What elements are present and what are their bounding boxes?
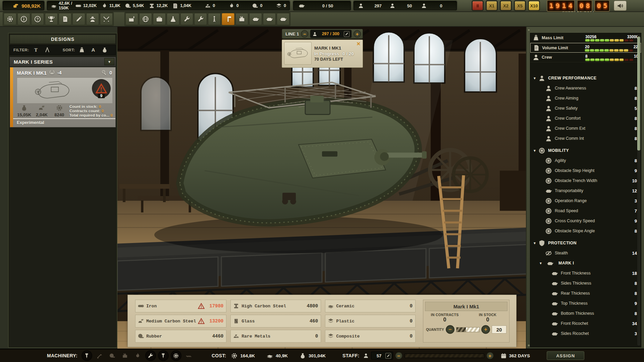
date-digit-group: 08 (577, 0, 592, 12)
contracts-count: Contracts count:0 (69, 109, 113, 113)
line-order[interactable]: MARK I MK1 In Progress0 / 20 70 DAYS LEF… (282, 40, 363, 68)
design-warnings-badge[interactable]: 9 (92, 79, 111, 98)
quantity-minus-button[interactable]: − (446, 325, 454, 334)
A-icon (90, 47, 97, 53)
filter-by-type-button[interactable] (43, 46, 51, 54)
days-remaining: 362 DAYS (500, 353, 530, 359)
speed-x5-button[interactable]: X5 (514, 0, 526, 11)
roll-icon (138, 333, 144, 340)
collapse-triangle-icon[interactable]: ▼ (539, 261, 544, 265)
person-icon (545, 125, 552, 132)
machine-drill-press[interactable] (82, 350, 92, 361)
newspaper-button[interactable] (59, 13, 71, 25)
intelligence-button[interactable] (86, 13, 99, 25)
production-title: Mark I Mk1 (425, 302, 507, 311)
quantity-plus-button[interactable]: + (481, 325, 490, 334)
quantity-slider[interactable] (456, 327, 480, 332)
fire-icon (101, 3, 108, 9)
research-button[interactable] (167, 13, 179, 25)
staff-plus-button[interactable]: + (486, 352, 494, 359)
filter-by-name-button[interactable] (32, 46, 40, 54)
construction-button[interactable] (222, 13, 234, 25)
edit-workers-button[interactable] (344, 31, 350, 37)
remove-worker-button[interactable]: − (301, 30, 308, 38)
add-worker-button[interactable]: + (354, 30, 361, 38)
gear-icon (173, 353, 179, 359)
wheel-icon (545, 207, 552, 215)
crew-button[interactable] (208, 13, 221, 25)
edit-staff-button[interactable] (385, 353, 391, 359)
tank-capacity-display: 0 / 50 (293, 1, 351, 10)
series-header[interactable]: MARK I SERIES ▼ (10, 57, 116, 66)
engines-button[interactable] (235, 13, 248, 25)
quantity-value[interactable]: 20 (492, 325, 506, 334)
machinery-label: MACHINERY: (47, 353, 77, 358)
world-map-button[interactable] (139, 13, 152, 25)
wrench-icon (147, 353, 154, 359)
staff-counts-display: 297 50 0 (354, 1, 457, 10)
flask-icon (169, 15, 177, 23)
stat-crew-comm-ext: ▼ Crew Comm Ext 8 (530, 123, 641, 133)
doc-icon (61, 15, 69, 23)
maintenance-button[interactable] (194, 13, 207, 25)
pause-button[interactable]: II (472, 0, 484, 11)
machine-drill[interactable] (158, 350, 169, 361)
plate-icon (51, 3, 57, 9)
machine-caster[interactable] (132, 350, 143, 361)
series-collapse-button[interactable]: ▼ (104, 58, 114, 65)
tank-upgrades-button[interactable] (277, 13, 289, 25)
machine-welder[interactable] (120, 350, 130, 361)
staff-slider[interactable] (405, 354, 484, 358)
collapse-triangle-icon[interactable]: ▼ (533, 149, 538, 153)
sort-by-mass-button[interactable] (78, 46, 86, 54)
factory-button[interactable] (125, 13, 138, 25)
section-protection: ▼ PROTECTION (530, 238, 641, 248)
dummy-icon (211, 15, 218, 23)
battles-button[interactable] (100, 13, 113, 25)
stat-crew-comfort: ▼ Crew Comfort 8 (530, 113, 641, 123)
info-button[interactable] (17, 13, 30, 25)
ingot-icon (138, 318, 144, 324)
tank-designs-button[interactable] (249, 13, 262, 25)
staff-minus-button[interactable]: − (395, 352, 402, 359)
announcements-button[interactable] (614, 1, 627, 11)
speed-x2-button[interactable]: X2 (500, 0, 512, 11)
collapse-triangle-icon[interactable]: ▼ (533, 76, 538, 80)
inventory-button[interactable] (153, 13, 166, 25)
stat-crew-safety: ▼ Crew Safety 5 (530, 103, 641, 113)
worker-icon (312, 32, 317, 37)
megaphone-icon (617, 2, 624, 9)
achievements-button[interactable] (45, 13, 58, 25)
machine-saw[interactable] (171, 350, 181, 361)
assign-button[interactable]: ASSIGN (547, 351, 584, 360)
cancel-order-button[interactable]: ✕ (356, 41, 361, 47)
contracts-button[interactable] (72, 13, 85, 25)
tank-armor-button[interactable] (263, 13, 276, 25)
settings-button[interactable] (4, 13, 16, 25)
person-icon (545, 115, 552, 122)
design-card-mark-i-mk1[interactable]: MARK I MK1 -4 0 9 15,05K (10, 67, 116, 127)
machine-spring-coiler[interactable] (183, 350, 194, 361)
help-button[interactable] (31, 13, 44, 25)
design-cost: 15,05K (15, 104, 33, 117)
sort-by-cost-button[interactable] (101, 46, 109, 54)
volume-limit-gauge: Volume Limit 2022 (530, 43, 641, 53)
filter-label: FILTER: (13, 48, 29, 52)
staff-count-input[interactable]: 57 (371, 352, 393, 360)
resource-armor-plates: 0 (264, 3, 286, 9)
pencil-icon (75, 15, 83, 23)
workshop-button[interactable] (180, 13, 193, 25)
material-rare-metals: Rare Metals 0 (230, 330, 321, 343)
machine-crane[interactable] (94, 350, 105, 361)
chevron-down-icon: ▼ (108, 60, 111, 64)
collapse-triangle-icon[interactable]: ▼ (533, 241, 538, 245)
speed-x1-button[interactable]: X1 (486, 0, 498, 11)
machine-wrench[interactable] (145, 350, 156, 361)
stat-front-thickness: ▼ Front Thickness 18 (530, 268, 641, 278)
sort-by-name-button[interactable] (89, 46, 97, 54)
stats-scrollbar-thumb[interactable] (637, 37, 640, 150)
in-contracts: IN CONTRACTS 0 (423, 313, 466, 323)
machine-bender[interactable] (107, 350, 118, 361)
speed-x10-button[interactable]: X10 (528, 0, 540, 11)
tank-icon (266, 15, 273, 23)
